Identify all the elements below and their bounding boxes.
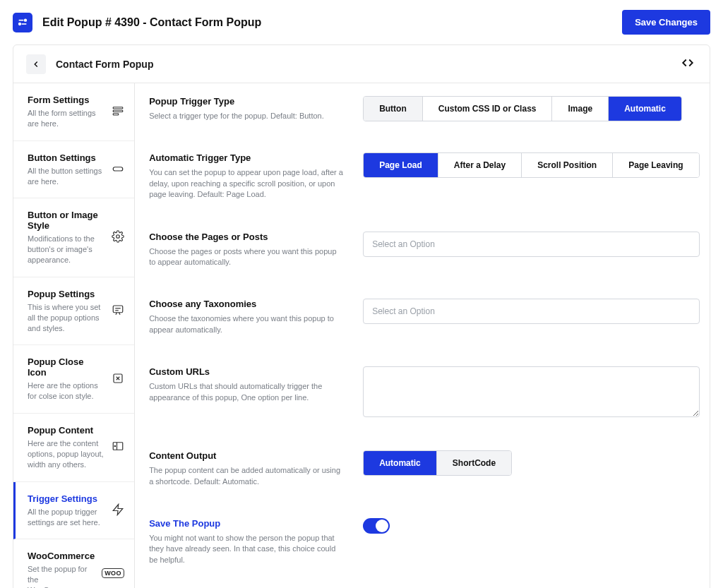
sidebar-item-popup-content[interactable]: Popup Content Here are the content optio… (13, 414, 134, 482)
auto-trigger-group: Page Load After a Delay Scroll Position … (363, 152, 699, 178)
sidebar-item-label: Popup Settings (28, 289, 104, 299)
content-output-automatic[interactable]: Automatic (364, 451, 437, 475)
page-title: Edit Popup # 4390 - Contact Form Popup (42, 16, 261, 29)
sidebar-item-label: Button or Image Style (28, 210, 104, 231)
auto-trigger-page-load[interactable]: Page Load (364, 153, 438, 177)
sidebar-item-desc: Here are the options for colse icon styl… (28, 380, 104, 402)
sidebar-item-desc: Set the popup for the WooCommerce. (28, 564, 95, 588)
field-title-content-output: Content Output (149, 450, 343, 461)
field-desc: You can set the popup to appear upon pag… (149, 167, 343, 200)
svg-point-17 (114, 446, 116, 448)
pages-select[interactable]: Select an Option (363, 232, 699, 257)
field-desc: Choose the taxonomies where you want thi… (149, 313, 343, 335)
svg-marker-18 (113, 504, 123, 515)
svg-rect-9 (113, 306, 123, 313)
topbar: Edit Popup # 4390 - Contact Form Popup S… (0, 0, 723, 44)
field-desc: Select a trigger type for the popup. Def… (149, 111, 343, 121)
auto-trigger-scroll[interactable]: Scroll Position (522, 153, 613, 177)
field-title-pages: Choose the Pages or Posts (149, 232, 343, 242)
auto-trigger-page-leaving[interactable]: Page Leaving (613, 153, 698, 177)
content-output-shortcode[interactable]: ShortCode (437, 451, 511, 475)
sidebar-item-label: Popup Content (28, 425, 104, 436)
sidebar-item-label: Trigger Settings (28, 493, 104, 504)
gear-icon (112, 230, 124, 245)
app-logo-icon (13, 13, 32, 32)
trigger-type-image[interactable]: Image (552, 97, 609, 121)
field-title-trigger-type: Popup Trigger Type (149, 96, 343, 107)
back-button[interactable] (26, 54, 46, 74)
sidebar-item-desc: All the form settings are here. (28, 108, 104, 129)
trigger-type-button[interactable]: Button (364, 97, 423, 121)
trigger-type-automatic[interactable]: Automatic (609, 97, 681, 121)
sidebar-item-label: WooCommerce (28, 551, 95, 561)
svg-point-1 (25, 19, 27, 21)
popup-icon (112, 304, 124, 318)
button-icon (112, 162, 124, 177)
trigger-type-group: Button Custom CSS ID or Class Image Auto… (363, 96, 682, 121)
panel-title: Contact Form Popup (56, 59, 153, 70)
svg-rect-4 (113, 107, 123, 109)
svg-rect-6 (113, 114, 119, 115)
sidebar-item-button-settings[interactable]: Button Settings All the button settings … (13, 141, 134, 199)
svg-point-2 (19, 23, 21, 25)
svg-rect-5 (113, 110, 123, 112)
sidebar-item-desc: This is where you set all the popup opti… (28, 302, 104, 334)
sidebar-item-desc: All the button settings are here. (28, 166, 104, 187)
sidebar-item-button-image-style[interactable]: Button or Image Style Modifications to t… (13, 198, 134, 277)
chevron-left-icon (31, 59, 41, 69)
field-title-custom-urls: Custom URLs (149, 366, 343, 377)
panel: Contact Form Popup Form Settings All the… (13, 44, 710, 588)
field-desc: Custom URLs that should automatically tr… (149, 381, 343, 403)
field-desc: The popup content can be added automatic… (149, 465, 343, 487)
save-button[interactable]: Save Changes (622, 10, 710, 35)
sidebar-item-desc: Modifications to the button's or image's… (28, 234, 104, 265)
content-output-group: Automatic ShortCode (363, 450, 512, 476)
custom-urls-textarea[interactable] (363, 366, 699, 417)
sidebar-item-woocommerce[interactable]: WooCommerce Set the popup for the WooCom… (13, 539, 134, 588)
sidebar-item-form-settings[interactable]: Form Settings All the form settings are … (13, 83, 134, 141)
form-icon (112, 104, 124, 119)
toggle-knob (376, 520, 388, 532)
sidebar-item-label: Button Settings (28, 152, 104, 163)
code-icon (681, 56, 694, 69)
sidebar-item-desc: Here are the content options, popup layo… (28, 438, 104, 470)
field-title-taxonomies: Choose any Taxonomies (149, 299, 343, 309)
woocommerce-icon: WOO (102, 568, 124, 578)
close-box-icon (112, 372, 124, 387)
sidebar-item-label: Popup Close Icon (28, 356, 104, 378)
field-title-auto-trigger: Automatic Trigger Type (149, 152, 343, 163)
field-desc: Choose the pages or posts where you want… (149, 246, 343, 268)
auto-trigger-delay[interactable]: After a Delay (438, 153, 522, 177)
main-content: Popup Trigger Type Select a trigger type… (135, 83, 710, 588)
layout-icon (112, 440, 124, 455)
field-title-save-popup: Save The Popup (149, 518, 343, 529)
sidebar-item-popup-settings[interactable]: Popup Settings This is where you set all… (13, 277, 134, 346)
sidebar-item-popup-close-icon[interactable]: Popup Close Icon Here are the options fo… (13, 345, 134, 414)
sidebar-item-trigger-settings[interactable]: Trigger Settings All the popup trigger s… (13, 482, 134, 540)
lightning-icon (112, 503, 124, 518)
sidebar-item-label: Form Settings (28, 95, 104, 105)
field-desc: You might not want to show the person th… (149, 533, 343, 565)
taxonomies-select[interactable]: Select an Option (363, 299, 699, 324)
sidebar: Form Settings All the form settings are … (13, 83, 135, 588)
trigger-type-css[interactable]: Custom CSS ID or Class (423, 97, 553, 121)
code-toggle-button[interactable] (679, 54, 697, 74)
svg-rect-7 (113, 167, 123, 170)
sidebar-item-desc: All the popup trigger settings are set h… (28, 507, 104, 528)
svg-point-8 (116, 235, 120, 239)
save-popup-toggle[interactable] (363, 518, 390, 534)
